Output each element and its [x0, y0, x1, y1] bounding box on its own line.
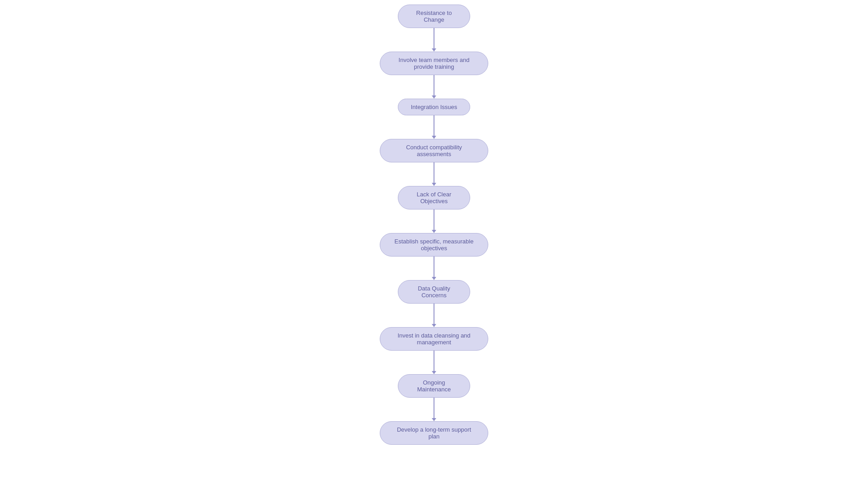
node-data-quality-concerns[interactable]: Data Quality Concerns [398, 280, 470, 304]
flowchart-container: Resistance to Change Involve team member… [0, 0, 868, 445]
node-ongoing-maintenance[interactable]: Ongoing Maintenance [398, 374, 470, 398]
connector-6 [434, 257, 434, 280]
connector-7 [434, 304, 434, 327]
node-develop-support-plan[interactable]: Develop a long-term support plan [380, 421, 488, 445]
node-conduct-compatibility[interactable]: Conduct compatibility assessments [380, 139, 488, 162]
node-involve-team-members[interactable]: Involve team members and provide trainin… [380, 52, 488, 75]
connector-2 [434, 75, 434, 99]
connector-8 [434, 351, 434, 374]
node-establish-objectives[interactable]: Establish specific, measurable objective… [380, 233, 488, 257]
connector-1 [434, 28, 434, 52]
connector-4 [434, 162, 434, 186]
connector-3 [434, 115, 434, 139]
node-invest-data-cleansing[interactable]: Invest in data cleansing and management [380, 327, 488, 351]
node-lack-of-clear-objectives[interactable]: Lack of Clear Objectives [398, 186, 470, 209]
connector-5 [434, 209, 434, 233]
node-integration-issues[interactable]: Integration Issues [398, 99, 470, 115]
connector-9 [434, 398, 434, 421]
node-resistance-to-change[interactable]: Resistance to Change [398, 5, 470, 28]
